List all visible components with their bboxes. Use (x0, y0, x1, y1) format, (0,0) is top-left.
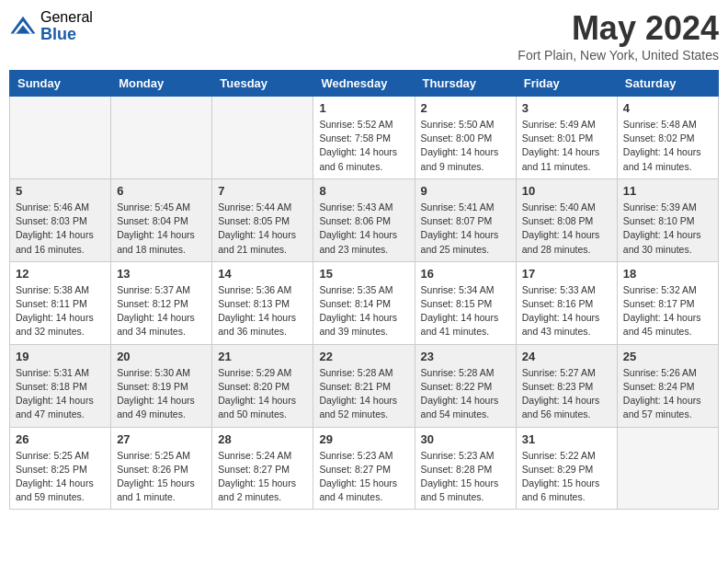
day-number: 21 (218, 350, 307, 363)
day-info: Sunrise: 5:31 AM Sunset: 8:18 PM Dayligh… (16, 366, 105, 422)
day-info: Sunrise: 5:24 AM Sunset: 8:27 PM Dayligh… (218, 449, 307, 505)
day-info: Sunrise: 5:29 AM Sunset: 8:20 PM Dayligh… (218, 366, 307, 422)
logo-icon (9, 13, 37, 40)
calendar: SundayMondayTuesdayWednesdayThursdayFrid… (9, 70, 719, 510)
day-number: 27 (117, 432, 206, 446)
day-number: 29 (319, 432, 408, 446)
calendar-week-row: 12Sunrise: 5:38 AM Sunset: 8:11 PM Dayli… (10, 261, 719, 344)
day-number: 3 (522, 101, 611, 115)
calendar-cell: 8Sunrise: 5:43 AM Sunset: 8:06 PM Daylig… (313, 178, 415, 261)
page-header: General Blue May 2024 Fort Plain, New Yo… (9, 9, 719, 63)
logo-general: General (40, 9, 93, 26)
month-title: May 2024 (518, 9, 719, 48)
calendar-cell: 19Sunrise: 5:31 AM Sunset: 8:18 PM Dayli… (10, 344, 111, 427)
title-block: May 2024 Fort Plain, New York, United St… (518, 9, 719, 63)
calendar-cell: 3Sunrise: 5:49 AM Sunset: 8:01 PM Daylig… (516, 97, 617, 179)
day-info: Sunrise: 5:52 AM Sunset: 7:58 PM Dayligh… (319, 118, 408, 174)
day-number: 15 (319, 267, 408, 281)
day-info: Sunrise: 5:48 AM Sunset: 8:02 PM Dayligh… (623, 118, 712, 174)
day-number: 5 (16, 184, 105, 198)
weekday-header-wednesday: Wednesday (313, 71, 415, 97)
day-info: Sunrise: 5:28 AM Sunset: 8:21 PM Dayligh… (319, 366, 408, 422)
day-info: Sunrise: 5:33 AM Sunset: 8:16 PM Dayligh… (522, 283, 611, 339)
day-number: 16 (421, 267, 510, 281)
weekday-header-friday: Friday (516, 71, 617, 97)
day-number: 18 (623, 267, 712, 281)
day-number: 28 (218, 432, 307, 446)
calendar-cell: 9Sunrise: 5:41 AM Sunset: 8:07 PM Daylig… (415, 178, 516, 261)
day-number: 13 (117, 267, 206, 281)
day-info: Sunrise: 5:28 AM Sunset: 8:22 PM Dayligh… (421, 366, 510, 422)
day-number: 24 (522, 350, 611, 363)
calendar-cell: 17Sunrise: 5:33 AM Sunset: 8:16 PM Dayli… (516, 261, 617, 344)
calendar-cell (10, 97, 111, 179)
day-info: Sunrise: 5:50 AM Sunset: 8:00 PM Dayligh… (421, 118, 510, 174)
day-info: Sunrise: 5:45 AM Sunset: 8:04 PM Dayligh… (117, 201, 206, 257)
calendar-header-row: SundayMondayTuesdayWednesdayThursdayFrid… (10, 71, 719, 97)
calendar-cell: 15Sunrise: 5:35 AM Sunset: 8:14 PM Dayli… (313, 261, 415, 344)
calendar-cell: 5Sunrise: 5:46 AM Sunset: 8:03 PM Daylig… (10, 178, 111, 261)
day-number: 30 (421, 432, 510, 446)
day-info: Sunrise: 5:38 AM Sunset: 8:11 PM Dayligh… (16, 283, 105, 339)
day-info: Sunrise: 5:22 AM Sunset: 8:29 PM Dayligh… (522, 449, 611, 505)
day-number: 7 (218, 184, 307, 198)
day-number: 11 (623, 184, 712, 198)
day-info: Sunrise: 5:39 AM Sunset: 8:10 PM Dayligh… (623, 201, 712, 257)
calendar-cell: 6Sunrise: 5:45 AM Sunset: 8:04 PM Daylig… (111, 178, 212, 261)
day-info: Sunrise: 5:34 AM Sunset: 8:15 PM Dayligh… (421, 283, 510, 339)
calendar-week-row: 26Sunrise: 5:25 AM Sunset: 8:25 PM Dayli… (10, 427, 719, 510)
calendar-week-row: 5Sunrise: 5:46 AM Sunset: 8:03 PM Daylig… (10, 178, 719, 261)
calendar-cell: 25Sunrise: 5:26 AM Sunset: 8:24 PM Dayli… (617, 344, 718, 427)
weekday-header-thursday: Thursday (415, 71, 516, 97)
calendar-cell: 12Sunrise: 5:38 AM Sunset: 8:11 PM Dayli… (10, 261, 111, 344)
day-info: Sunrise: 5:49 AM Sunset: 8:01 PM Dayligh… (522, 118, 611, 174)
day-number: 6 (117, 184, 206, 198)
logo-text: General Blue (40, 9, 93, 43)
calendar-cell: 18Sunrise: 5:32 AM Sunset: 8:17 PM Dayli… (617, 261, 718, 344)
day-number: 12 (16, 267, 105, 281)
calendar-week-row: 19Sunrise: 5:31 AM Sunset: 8:18 PM Dayli… (10, 344, 719, 427)
day-number: 23 (421, 350, 510, 363)
logo: General Blue (9, 9, 93, 43)
calendar-cell: 29Sunrise: 5:23 AM Sunset: 8:27 PM Dayli… (313, 427, 415, 510)
day-number: 22 (319, 350, 408, 363)
day-number: 20 (117, 350, 206, 363)
calendar-cell: 10Sunrise: 5:40 AM Sunset: 8:08 PM Dayli… (516, 178, 617, 261)
day-number: 14 (218, 267, 307, 281)
calendar-cell: 1Sunrise: 5:52 AM Sunset: 7:58 PM Daylig… (313, 97, 415, 179)
day-info: Sunrise: 5:40 AM Sunset: 8:08 PM Dayligh… (522, 201, 611, 257)
day-info: Sunrise: 5:25 AM Sunset: 8:26 PM Dayligh… (117, 449, 206, 505)
weekday-header-sunday: Sunday (10, 71, 111, 97)
calendar-cell: 11Sunrise: 5:39 AM Sunset: 8:10 PM Dayli… (617, 178, 718, 261)
weekday-header-saturday: Saturday (617, 71, 718, 97)
day-number: 25 (623, 350, 712, 363)
day-number: 17 (522, 267, 611, 281)
calendar-cell: 7Sunrise: 5:44 AM Sunset: 8:05 PM Daylig… (212, 178, 313, 261)
calendar-cell: 21Sunrise: 5:29 AM Sunset: 8:20 PM Dayli… (212, 344, 313, 427)
calendar-cell: 26Sunrise: 5:25 AM Sunset: 8:25 PM Dayli… (10, 427, 111, 510)
day-info: Sunrise: 5:23 AM Sunset: 8:28 PM Dayligh… (421, 449, 510, 505)
calendar-cell: 31Sunrise: 5:22 AM Sunset: 8:29 PM Dayli… (516, 427, 617, 510)
day-number: 1 (319, 101, 408, 115)
day-info: Sunrise: 5:41 AM Sunset: 8:07 PM Dayligh… (421, 201, 510, 257)
calendar-week-row: 1Sunrise: 5:52 AM Sunset: 7:58 PM Daylig… (10, 97, 719, 179)
calendar-cell: 23Sunrise: 5:28 AM Sunset: 8:22 PM Dayli… (415, 344, 516, 427)
calendar-cell: 4Sunrise: 5:48 AM Sunset: 8:02 PM Daylig… (617, 97, 718, 179)
calendar-cell: 24Sunrise: 5:27 AM Sunset: 8:23 PM Dayli… (516, 344, 617, 427)
day-number: 26 (16, 432, 105, 446)
calendar-cell: 16Sunrise: 5:34 AM Sunset: 8:15 PM Dayli… (415, 261, 516, 344)
day-info: Sunrise: 5:23 AM Sunset: 8:27 PM Dayligh… (319, 449, 408, 505)
calendar-cell: 14Sunrise: 5:36 AM Sunset: 8:13 PM Dayli… (212, 261, 313, 344)
day-number: 9 (421, 184, 510, 198)
day-info: Sunrise: 5:44 AM Sunset: 8:05 PM Dayligh… (218, 201, 307, 257)
calendar-cell: 27Sunrise: 5:25 AM Sunset: 8:26 PM Dayli… (111, 427, 212, 510)
calendar-cell: 28Sunrise: 5:24 AM Sunset: 8:27 PM Dayli… (212, 427, 313, 510)
weekday-header-tuesday: Tuesday (212, 71, 313, 97)
day-info: Sunrise: 5:30 AM Sunset: 8:19 PM Dayligh… (117, 366, 206, 422)
calendar-cell: 30Sunrise: 5:23 AM Sunset: 8:28 PM Dayli… (415, 427, 516, 510)
day-info: Sunrise: 5:25 AM Sunset: 8:25 PM Dayligh… (16, 449, 105, 505)
day-info: Sunrise: 5:27 AM Sunset: 8:23 PM Dayligh… (522, 366, 611, 422)
day-info: Sunrise: 5:35 AM Sunset: 8:14 PM Dayligh… (319, 283, 408, 339)
day-info: Sunrise: 5:46 AM Sunset: 8:03 PM Dayligh… (16, 201, 105, 257)
day-number: 19 (16, 350, 105, 363)
